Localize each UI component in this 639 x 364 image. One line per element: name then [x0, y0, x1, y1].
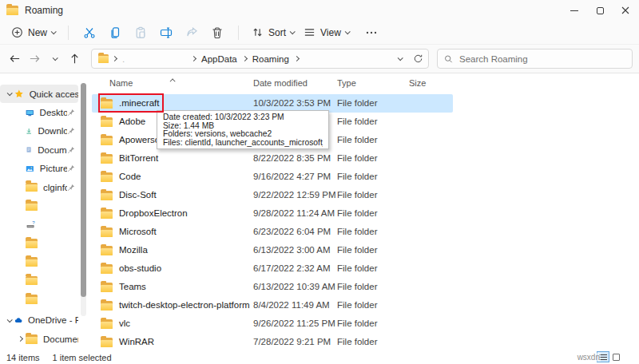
sidebar-item-documents[interactable]: Documents	[0, 330, 78, 348]
maximize-button[interactable]	[587, 0, 613, 21]
file-type: File folder	[337, 153, 378, 163]
sidebar-item-desktop[interactable]: Desktop	[0, 103, 78, 121]
refresh-icon[interactable]	[413, 53, 423, 64]
breadcrumb[interactable]: . AppData Roaming	[91, 49, 429, 69]
file-row-obs-studio[interactable]: obs-studio6/17/2022 2:32 AMFile folder	[89, 259, 639, 278]
selection-count: 1 item selected	[53, 353, 112, 362]
column-header-name[interactable]: Name	[109, 78, 133, 88]
see-more-button[interactable]	[359, 22, 384, 43]
sidebar-item-unnamed[interactable]	[0, 290, 78, 308]
file-row-winrar[interactable]: WinRAR7/28/2022 9:21 PMFile folder	[89, 333, 639, 351]
sidebar-item-unnamed[interactable]	[0, 253, 78, 271]
column-header-type[interactable]: Type	[337, 78, 356, 88]
file-type: File folder	[337, 263, 378, 273]
sidebar-scrollbar-thumb[interactable]	[81, 83, 86, 297]
tooltip-folders: Folders: versions, webcache2	[163, 130, 323, 139]
thumbnails-view-button[interactable]	[609, 351, 622, 362]
sidebar-item-documents[interactable]: Documents	[0, 140, 78, 159]
breadcrumb-roaming-segment[interactable]: Roaming	[251, 54, 291, 64]
search-icon	[444, 54, 453, 64]
chevron-down-icon[interactable]	[6, 90, 12, 96]
file-row-bittorrent[interactable]: BitTorrent8/22/2022 8:35 PMFile folder	[89, 149, 639, 168]
file-type: File folder	[337, 190, 378, 200]
breadcrumb-user-segment[interactable]: .	[121, 54, 188, 64]
sidebar-item-unnamed[interactable]	[0, 196, 78, 215]
sidebar-item-downloads[interactable]: Downloads	[0, 122, 78, 140]
folder-icon	[26, 183, 38, 192]
sort-button-label: Sort	[268, 27, 286, 38]
file-type: File folder	[337, 117, 378, 126]
cloud-icon	[14, 315, 22, 326]
file-date-modified: 8/22/2022 8:35 PM	[253, 153, 331, 163]
file-name: vlc	[119, 318, 130, 328]
sidebar-item-onedrive-perso[interactable]: OneDrive - Perso	[0, 311, 78, 330]
file-date-modified: 6/13/2022 3:00 AM	[253, 245, 331, 255]
file-row-disc-soft[interactable]: Disc-Soft9/22/2022 12:59 PMFile folder	[89, 186, 639, 204]
plus-circle-icon	[11, 26, 23, 38]
back-button[interactable]	[5, 49, 25, 69]
sidebar-item-unnamed[interactable]: ?	[0, 216, 78, 234]
file-row-code[interactable]: Code9/16/2022 4:27 PMFile folder	[89, 168, 639, 186]
search-box[interactable]	[437, 49, 633, 69]
file-name: obs-studio	[119, 263, 161, 273]
file-date-modified: 9/22/2022 12:59 PM	[253, 190, 336, 200]
breadcrumb-appdata-segment[interactable]: AppData	[200, 54, 239, 64]
pin-icon	[67, 184, 75, 192]
file-date-modified: 10/3/2022 3:53 PM	[253, 98, 331, 108]
search-input[interactable]	[459, 54, 625, 64]
pin-icon	[67, 109, 75, 117]
sidebar-item-unnamed[interactable]	[0, 271, 78, 290]
sidebar-item-label: Documents	[43, 334, 78, 344]
sidebar-item-label: Downloads	[38, 126, 67, 136]
forward-icon	[29, 53, 41, 65]
toolbar: New Sort View	[0, 21, 639, 45]
delete-button[interactable]	[204, 22, 230, 43]
column-header-size[interactable]: Size	[409, 78, 426, 88]
file-name: WinRAR	[119, 337, 154, 346]
sidebar-item-quick-access[interactable]: Quick access	[0, 85, 78, 103]
sidebar-scrollbar-track[interactable]	[81, 83, 86, 316]
up-icon	[69, 53, 81, 65]
sidebar-item-clginfo[interactable]: clginfo	[0, 178, 78, 196]
star-icon	[14, 89, 24, 99]
chevron-down-icon[interactable]	[6, 317, 12, 322]
desktop-icon	[26, 108, 34, 118]
new-button[interactable]: New	[6, 22, 60, 43]
rename-button[interactable]	[153, 22, 179, 43]
copy-button[interactable]	[102, 22, 128, 43]
file-row-microsoft[interactable]: Microsoft6/23/2022 6:04 PMFile folder	[89, 223, 639, 241]
tooltip-date-created: Date created: 10/3/2022 3:23 PM	[163, 113, 323, 122]
file-name: BitTorrent	[119, 153, 158, 163]
minimize-button[interactable]	[562, 0, 587, 21]
folder-icon	[26, 276, 38, 286]
sidebar-item-unnamed[interactable]	[0, 234, 78, 252]
file-row-vlc[interactable]: vlc9/26/2022 11:25 PMFile folder	[89, 315, 639, 333]
file-row-teams[interactable]: Teams6/13/2022 10:39 AMFile folder	[89, 278, 639, 296]
file-row-twitch-desktop-electron-platform[interactable]: twitch-desktop-electron-platform8/4/2022…	[89, 296, 639, 315]
chevron-right-icon[interactable]	[17, 336, 22, 342]
column-header-date-modified[interactable]: Date modified	[253, 78, 308, 88]
file-name: Code	[119, 172, 141, 181]
file-date-modified: 9/16/2022 4:27 PM	[253, 172, 331, 181]
chevron-down-icon	[344, 29, 350, 34]
sidebar-item-pictures[interactable]: Pictures	[0, 160, 78, 178]
forward-button[interactable]	[25, 49, 45, 69]
file-row-mozilla[interactable]: Mozilla6/13/2022 3:00 AMFile folder	[89, 241, 639, 259]
paste-button[interactable]	[128, 22, 153, 43]
close-button[interactable]	[613, 0, 638, 21]
folder-icon	[101, 117, 113, 127]
file-name: twitch-desktop-electron-platform	[119, 300, 250, 310]
view-button[interactable]: View	[299, 22, 354, 43]
cut-button[interactable]	[77, 22, 102, 43]
recent-locations-button[interactable]	[45, 49, 65, 69]
share-button[interactable]	[179, 22, 204, 43]
folder-icon	[101, 172, 113, 182]
documents-icon	[26, 144, 32, 155]
toolbar-divider	[68, 26, 69, 40]
folder-icon	[26, 201, 38, 211]
up-button[interactable]	[65, 49, 85, 69]
sort-button[interactable]: Sort	[247, 22, 299, 43]
address-dropdown-icon[interactable]	[398, 55, 403, 61]
folder-icon	[26, 239, 38, 248]
file-row-dropboxelectron[interactable]: DropboxElectron9/28/2022 11:24 AMFile fo…	[89, 204, 639, 223]
